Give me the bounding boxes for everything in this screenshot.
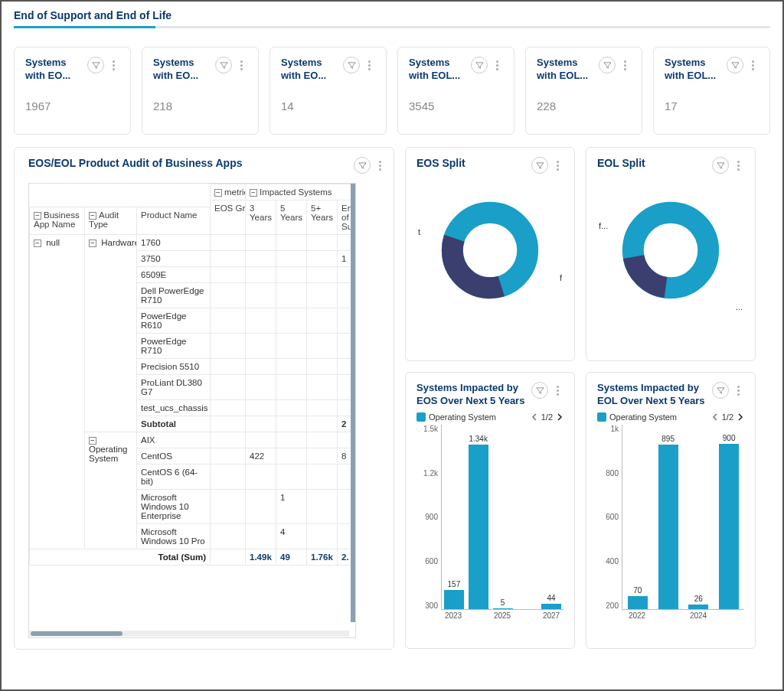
- eol-split-title: EOL Split: [597, 157, 645, 169]
- eol-bar-title: Systems Impacted by EOL Over Next 5 Year…: [597, 382, 712, 408]
- kpi-title: Systems with EOL...: [409, 57, 471, 83]
- filter-icon[interactable]: [712, 382, 729, 399]
- kpi-card: Systems with EOL... 17: [653, 47, 770, 135]
- bar-label: 895: [662, 435, 675, 443]
- collapse-icon[interactable]: −: [89, 437, 96, 445]
- x-tick: [652, 611, 683, 624]
- bar-label: 44: [547, 594, 556, 602]
- filter-icon[interactable]: [87, 57, 104, 73]
- legend-item: Operating System: [597, 412, 677, 422]
- eos-split-card: EOS Split t f: [405, 147, 575, 361]
- collapse-icon[interactable]: −: [89, 240, 96, 247]
- kpi-card: Systems with EO... 218: [142, 47, 259, 135]
- more-icon[interactable]: [374, 157, 386, 174]
- legend-item: Operating System: [416, 412, 496, 422]
- x-tick: [466, 611, 490, 624]
- pager-text: 1/2: [541, 412, 553, 422]
- kpi-value: 218: [153, 99, 247, 112]
- kpi-title: Systems with EOL...: [665, 57, 727, 83]
- page-title: End of Support and End of Life: [14, 9, 770, 21]
- more-icon[interactable]: [732, 157, 744, 174]
- donut-label: f...: [599, 221, 608, 230]
- kpi-title: Systems with EO...: [25, 57, 87, 83]
- filter-icon[interactable]: [712, 157, 729, 174]
- legend-swatch: [416, 412, 426, 422]
- eos-split-title: EOS Split: [416, 157, 466, 169]
- collapse-icon[interactable]: −: [34, 212, 41, 220]
- kpi-value: 228: [537, 99, 631, 112]
- collapse-icon[interactable]: −: [250, 189, 257, 197]
- chevron-left-icon[interactable]: [531, 413, 538, 421]
- more-icon[interactable]: [235, 57, 247, 73]
- collapse-icon[interactable]: −: [34, 240, 41, 247]
- bar-chart: 1k800600400200 7089526900 20222024: [597, 425, 744, 624]
- more-icon[interactable]: [732, 382, 744, 399]
- kpi-row: Systems with EO... 1967 Systems with EO.…: [14, 47, 770, 135]
- kpi-card: Systems with EO... 1967: [14, 47, 131, 135]
- bar-label: 5: [501, 598, 505, 607]
- chevron-right-icon[interactable]: [556, 413, 564, 421]
- x-tick: 2027: [539, 611, 564, 624]
- more-icon[interactable]: [551, 382, 564, 399]
- filter-icon[interactable]: [599, 57, 616, 73]
- kpi-title: Systems with EO...: [281, 57, 343, 83]
- more-icon[interactable]: [746, 57, 759, 73]
- kpi-card: Systems with EOL... 3545: [397, 47, 514, 135]
- donut-chart: [440, 200, 540, 300]
- filter-icon[interactable]: [531, 382, 548, 399]
- kpi-card: Systems with EOL... 228: [525, 47, 642, 135]
- more-icon[interactable]: [363, 57, 375, 73]
- eos-bar-card: Systems Impacted by EOS Over Next 5 Year…: [405, 372, 575, 649]
- x-tick: [514, 611, 539, 624]
- eos-bar-title: Systems Impacted by EOS Over Next 5 Year…: [416, 382, 531, 408]
- table-row[interactable]: − null− Hardware1760: [30, 235, 357, 251]
- bar[interactable]: [658, 445, 678, 609]
- pager-text: 1/2: [722, 412, 733, 422]
- tab-indicator: [14, 26, 770, 28]
- x-tick: [714, 611, 744, 624]
- bar-chart: 1.5k1.2k900600300 1571.34k544 2023202520…: [416, 425, 564, 624]
- kpi-value: 1967: [25, 99, 119, 112]
- bar[interactable]: [688, 605, 708, 609]
- bar[interactable]: [469, 445, 488, 608]
- kpi-title: Systems with EO...: [153, 57, 215, 83]
- table-total-row: Total (Sum)1.49k491.76k2.: [30, 549, 357, 566]
- bar-label: 157: [448, 580, 461, 588]
- bar[interactable]: [719, 444, 739, 609]
- donut-label: ...: [736, 302, 743, 311]
- bar[interactable]: [541, 604, 561, 609]
- audit-card: EOS/EOL Product Audit of Business Apps: [14, 147, 394, 650]
- filter-icon[interactable]: [354, 157, 371, 174]
- collapse-icon[interactable]: −: [214, 189, 222, 197]
- filter-icon[interactable]: [215, 57, 232, 73]
- scrollbar-vertical[interactable]: [351, 184, 355, 622]
- audit-title: EOS/EOL Product Audit of Business Apps: [28, 157, 243, 169]
- x-tick: 2024: [683, 611, 714, 624]
- audit-table[interactable]: −metric −Impacted Systems EOS Groups 3 Y…: [28, 183, 356, 638]
- kpi-value: 17: [665, 99, 759, 112]
- bar[interactable]: [493, 608, 513, 609]
- bar[interactable]: [628, 596, 648, 609]
- more-icon[interactable]: [491, 57, 503, 73]
- donut-chart: [621, 200, 720, 300]
- x-tick: 2022: [622, 611, 652, 624]
- bar[interactable]: [444, 590, 464, 609]
- scrollbar-horizontal[interactable]: [31, 631, 122, 636]
- chevron-left-icon[interactable]: [711, 413, 719, 421]
- donut-label: f: [560, 273, 562, 282]
- filter-icon[interactable]: [531, 157, 548, 174]
- bar-label: 900: [723, 434, 736, 442]
- eol-bar-card: Systems Impacted by EOL Over Next 5 Year…: [586, 372, 756, 649]
- more-icon[interactable]: [551, 157, 564, 174]
- chevron-right-icon[interactable]: [737, 413, 744, 421]
- bar-label: 70: [633, 586, 642, 595]
- more-icon[interactable]: [107, 57, 119, 73]
- kpi-value: 14: [281, 99, 375, 112]
- filter-icon[interactable]: [471, 57, 488, 73]
- x-tick: 2025: [490, 611, 514, 624]
- filter-icon[interactable]: [343, 57, 360, 73]
- filter-icon[interactable]: [727, 57, 743, 73]
- more-icon[interactable]: [619, 57, 631, 73]
- kpi-card: Systems with EO... 14: [270, 47, 387, 135]
- collapse-icon[interactable]: −: [89, 212, 96, 220]
